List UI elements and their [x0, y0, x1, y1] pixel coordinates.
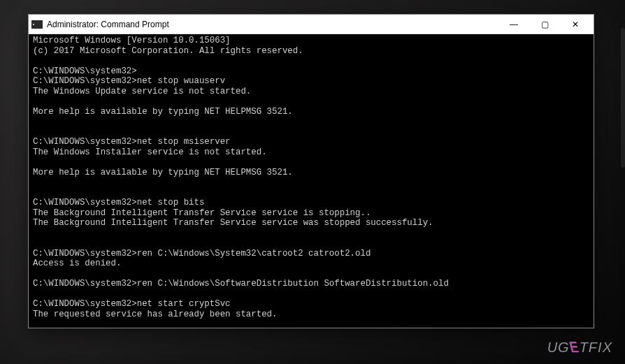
terminal-line: C:\WINDOWS\system32> — [33, 66, 589, 77]
terminal-line: The Windows Installer service is not sta… — [33, 147, 589, 158]
terminal-line — [33, 157, 589, 168]
window-title: Administrator: Command Prompt — [47, 20, 498, 29]
terminal-line: C:\WINDOWS\system32>net stop wuauserv — [33, 76, 589, 87]
terminal-line — [33, 188, 589, 198]
terminal-line: C:\WINDOWS\system32>net stop msiserver — [33, 137, 589, 147]
terminal-line: C:\WINDOWS\system32>net stop bits — [33, 198, 589, 208]
terminal-line: The Background Intelligent Transfer Serv… — [33, 208, 589, 219]
terminal-line — [33, 269, 589, 279]
terminal-line — [33, 228, 589, 239]
terminal-line — [33, 238, 589, 249]
watermark-part1: UG — [547, 340, 570, 355]
terminal-line: (c) 2017 Microsoft Corporation. All righ… — [33, 46, 589, 57]
terminal-line — [33, 127, 589, 138]
watermark-part2: Ǝ — [570, 339, 580, 356]
command-prompt-window: Administrator: Command Prompt — ▢ ✕ Micr… — [28, 14, 594, 328]
terminal-line: Access is denied. — [33, 259, 589, 269]
terminal-line — [33, 289, 589, 300]
watermark-logo: UGƎTFIX — [547, 339, 612, 356]
terminal-output[interactable]: Microsoft Windows [Version 10.0.15063](c… — [29, 34, 594, 328]
terminal-line — [33, 56, 589, 66]
terminal-line: The Background Intelligent Transfer Serv… — [33, 218, 589, 228]
terminal-line: C:\WINDOWS\system32>ren C:\Windows\Softw… — [33, 279, 589, 289]
terminal-line — [33, 117, 589, 127]
terminal-line — [33, 177, 589, 188]
terminal-line: Microsoft Windows [Version 10.0.15063] — [33, 36, 589, 46]
terminal-line — [33, 96, 589, 107]
terminal-line: C:\WINDOWS\system32>ren C:\Windows\Syste… — [33, 249, 589, 259]
terminal-line: More help is available by typing NET HEL… — [33, 107, 589, 117]
watermark-part3: TFIX — [580, 340, 612, 355]
terminal-line: The requested service has already been s… — [33, 310, 589, 320]
maximize-button[interactable]: ▢ — [529, 15, 560, 34]
titlebar[interactable]: Administrator: Command Prompt — ▢ ✕ — [29, 15, 594, 34]
terminal-line — [33, 319, 589, 328]
terminal-line: The Windows Update service is not starte… — [33, 87, 589, 97]
cmd-icon — [31, 20, 43, 29]
page-scrollbar[interactable] — [621, 28, 625, 168]
terminal-line: C:\WINDOWS\system32>net start cryptSvc — [33, 299, 589, 310]
minimize-button[interactable]: — — [498, 15, 529, 34]
close-button[interactable]: ✕ — [560, 15, 591, 34]
terminal-line: More help is available by typing NET HEL… — [33, 168, 589, 178]
window-controls: — ▢ ✕ — [498, 15, 591, 34]
